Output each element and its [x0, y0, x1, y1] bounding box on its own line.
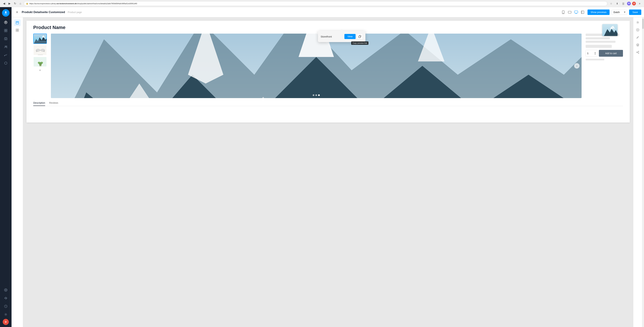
sidebar-item-add[interactable]: [2, 286, 10, 294]
close-button[interactable]: ✕: [14, 10, 20, 15]
reading-list-button[interactable]: |||: [621, 1, 626, 6]
carousel-dots: [313, 94, 320, 96]
product-name-heading: Product Name: [33, 25, 623, 30]
tab-description[interactable]: Description: [33, 102, 45, 106]
forward-button[interactable]: ▶: [8, 2, 12, 6]
scrollbar-track[interactable]: [642, 17, 644, 327]
sidebar: D: [0, 7, 12, 327]
svg-point-10: [6, 46, 7, 47]
carousel-dot-1[interactable]: [313, 94, 314, 96]
right-panel: [633, 17, 642, 327]
svg-rect-19: [568, 11, 571, 13]
sidebar-item-shop[interactable]: [2, 35, 10, 42]
layout-panel-button[interactable]: [14, 19, 21, 26]
product-layout: ▼: [33, 34, 623, 98]
layers-button[interactable]: [635, 42, 641, 48]
edit-button[interactable]: [635, 34, 641, 40]
quantity-row: 1 ▲ ▼ Add to cart: [586, 50, 623, 57]
bookmark-button[interactable]: ☆: [609, 1, 614, 6]
sidebar-item-marketing[interactable]: [2, 51, 10, 59]
svg-rect-27: [16, 30, 17, 32]
skeleton-title-3: [586, 41, 616, 43]
list-view-button[interactable]: [580, 9, 586, 15]
add-block-button[interactable]: [635, 27, 641, 33]
svg-rect-44: [36, 50, 37, 52]
quantity-down-arrow[interactable]: ▼: [594, 53, 596, 55]
sidebar-item-layout[interactable]: [2, 27, 10, 34]
product-tabs: Description Reviews: [33, 102, 623, 106]
product-info-panel: 1 ▲ ▼ Add to cart: [586, 34, 623, 62]
browser-chrome: ◀ ▶ ↻ ⌂ 🔒 https://acriscmspreviewcs-jdnw…: [0, 0, 644, 7]
thumbnails-down-arrow[interactable]: ▼: [33, 68, 47, 72]
svg-point-69: [638, 51, 639, 52]
svg-rect-7: [6, 31, 7, 32]
preview-popup-row: Storefront View: [321, 34, 363, 39]
home-button[interactable]: ⌂: [18, 2, 22, 6]
url-text: https://acriscmspreviewcs-jdnwy.sw-teste…: [29, 2, 137, 4]
preview-canvas[interactable]: Storefront View: [23, 17, 633, 327]
sidebar-item-customers[interactable]: [2, 43, 10, 50]
left-panel: [12, 17, 23, 327]
page-subtitle: Product page: [68, 11, 82, 14]
svg-point-0: [5, 11, 6, 13]
carousel-dot-3[interactable]: [318, 94, 320, 96]
download-button[interactable]: ⬇: [615, 1, 620, 6]
svg-point-18: [563, 13, 564, 14]
svg-rect-5: [6, 29, 7, 30]
tab-reviews[interactable]: Reviews: [49, 102, 58, 106]
quantity-input[interactable]: 1 ▲ ▼: [586, 50, 598, 57]
svg-rect-25: [16, 29, 17, 30]
sidebar-avatar[interactable]: D: [3, 319, 9, 325]
add-to-cart-button[interactable]: Add to cart: [599, 50, 623, 57]
sidebar-item-settings[interactable]: [2, 311, 10, 318]
sidebar-item-support[interactable]: [2, 294, 10, 302]
blocks-panel-button[interactable]: [14, 27, 21, 34]
sidebar-item-dashboard[interactable]: [2, 19, 10, 26]
mobile-view-button[interactable]: [560, 9, 566, 15]
save-button[interactable]: Save: [629, 10, 641, 15]
refresh-button[interactable]: ↻: [13, 2, 17, 6]
device-icons: [560, 9, 586, 15]
copy-link-button[interactable]: [357, 34, 363, 39]
thumbnail-3[interactable]: [33, 57, 47, 67]
main-product-image: ‹ ›: [51, 34, 582, 98]
thumbnail-2[interactable]: [33, 45, 47, 55]
share-button[interactable]: [635, 49, 641, 55]
skeleton-price: [586, 45, 612, 48]
quantity-arrows: ▲ ▼: [594, 52, 596, 55]
content-area: ✕ Produkt Detailseite Customized Product…: [12, 7, 644, 327]
svg-point-65: [637, 22, 638, 23]
svg-point-71: [638, 53, 639, 54]
svg-rect-28: [18, 30, 19, 32]
app-container: D ✕ Produkt Detailseite Customized Produ…: [0, 7, 644, 327]
svg-point-11: [4, 56, 5, 56]
desktop-view-button[interactable]: [573, 9, 579, 15]
svg-rect-20: [574, 11, 578, 13]
carousel-next-button[interactable]: ›: [574, 63, 580, 68]
svg-point-70: [636, 52, 637, 52]
address-bar[interactable]: 🔒 https://acriscmspreviewcs-jdnwy.sw-tes…: [24, 1, 607, 6]
menu-button[interactable]: ≡: [637, 1, 642, 6]
notification-badge[interactable]: 12: [632, 2, 636, 6]
carousel-dot-2[interactable]: [316, 94, 317, 96]
tablet-view-button[interactable]: [567, 9, 572, 15]
sidebar-logo[interactable]: [2, 9, 10, 17]
back-button[interactable]: ◀: [2, 2, 6, 6]
quantity-value: 1: [587, 52, 588, 55]
svg-point-16: [5, 314, 6, 315]
svg-point-2: [5, 22, 6, 23]
svg-rect-6: [4, 31, 6, 32]
settings-panel-button[interactable]: [635, 19, 641, 26]
show-previews-button[interactable]: Show previews: [588, 10, 610, 15]
scrollbar-thumb[interactable]: [642, 19, 644, 29]
thumbnail-1[interactable]: [33, 34, 47, 44]
view-button[interactable]: View: [344, 34, 356, 39]
sidebar-item-extensions[interactable]: [2, 60, 10, 67]
svg-point-49: [40, 62, 43, 64]
lock-icon: 🔒: [26, 2, 28, 4]
sidebar-item-history[interactable]: [2, 302, 10, 310]
copy-link-tooltip: Copy preview link: [351, 42, 368, 45]
language-select[interactable]: Dutch English German: [612, 10, 627, 15]
preview-popup: Storefront View: [318, 31, 366, 42]
profile-badge[interactable]: W: [627, 2, 631, 6]
